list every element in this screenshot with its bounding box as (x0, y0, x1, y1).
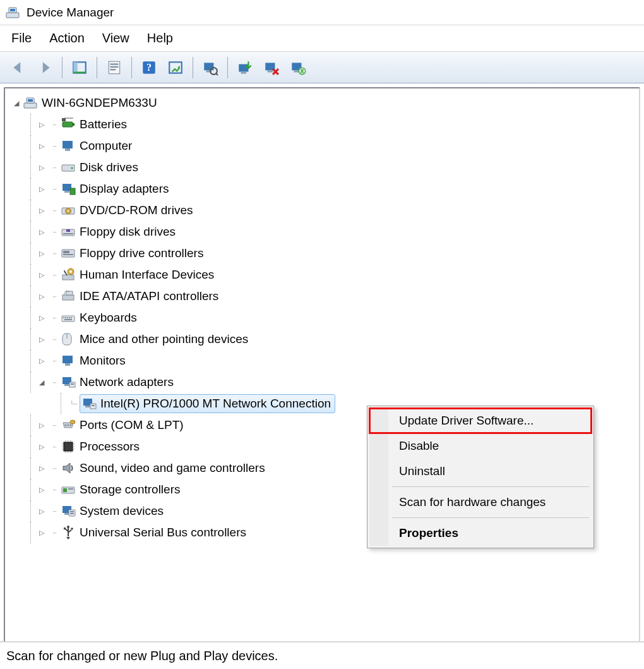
svg-rect-87 (63, 488, 67, 492)
expand-glyph[interactable]: ▷ (37, 464, 47, 473)
context-menu-item[interactable]: Update Driver Software... (369, 408, 592, 433)
tree-category-label: System devices (80, 504, 164, 518)
expand-glyph[interactable]: ▷ (37, 185, 47, 193)
disable-device-button[interactable] (259, 56, 283, 80)
expand-glyph[interactable]: ▷ (37, 507, 47, 515)
tree-category[interactable]: ▷ ··· Display adapters (8, 178, 639, 200)
update-driver-button[interactable] (233, 56, 257, 80)
category-icon (61, 525, 76, 540)
expand-glyph[interactable]: ◢ (37, 378, 47, 387)
tree-category-label: Monitors (80, 354, 126, 368)
expand-glyph[interactable]: ▷ (37, 228, 47, 236)
tree-category-label: Floppy drive controllers (80, 246, 203, 260)
expand-glyph[interactable]: ▷ (37, 335, 47, 344)
expand-glyph[interactable]: ▷ (37, 164, 47, 172)
expand-glyph[interactable]: ▷ (37, 142, 47, 150)
forward-button[interactable] (33, 56, 57, 80)
context-menu-item[interactable]: Scan for hardware changes (369, 490, 592, 515)
svg-rect-17 (239, 64, 248, 71)
tree-item-label: Intel(R) PRO/1000 MT Network Connection (100, 397, 331, 411)
tree-connector: ··· (48, 272, 61, 279)
expand-glyph[interactable]: ▷ (37, 207, 47, 215)
svg-rect-35 (64, 191, 69, 193)
category-icon (61, 267, 76, 282)
tree-category[interactable]: ▷ ··· Floppy drive controllers (8, 243, 639, 264)
svg-rect-46 (63, 275, 74, 280)
expand-glyph[interactable]: ▷ (37, 314, 47, 322)
svg-rect-36 (70, 188, 75, 195)
uninstall-device-icon (290, 59, 306, 76)
expand-glyph[interactable]: ▷ (37, 443, 47, 451)
expand-glyph[interactable]: ▷ (37, 357, 47, 365)
tree-connector: ··· (48, 529, 61, 536)
svg-rect-62 (64, 384, 69, 386)
tree-connector: ··· (48, 164, 61, 171)
context-menu-item[interactable]: Disable (369, 433, 592, 459)
menu-action[interactable]: Action (49, 31, 85, 45)
tree-category[interactable]: ▷ ··· Batteries (8, 114, 639, 135)
tree-root[interactable]: ◢ WIN-6GNDEPM633U (8, 92, 639, 114)
toolbar-separator (227, 57, 228, 78)
tree-category[interactable]: ▷ ··· Keyboards (8, 307, 639, 328)
network-adapter-icon (81, 396, 97, 411)
expand-glyph[interactable]: ▷ (37, 271, 47, 279)
svg-rect-8 (110, 66, 119, 67)
tree-category[interactable]: ▷ ··· Computer (8, 135, 639, 157)
content-area: ◢ WIN-6GNDEPM633U ▷ ··· Batteries ▷ ··· … (0, 83, 644, 643)
tree-category[interactable]: ▷ ··· IDE ATA/ATAPI controllers (8, 286, 639, 307)
tree-category-label: Universal Serial Bus controllers (80, 526, 246, 539)
svg-rect-53 (65, 317, 66, 318)
svg-point-72 (70, 420, 75, 424)
properties-pane-button[interactable] (68, 56, 92, 80)
back-arrow-icon (10, 59, 27, 76)
expand-glyph[interactable]: ▷ (37, 292, 47, 301)
expand-glyph[interactable]: ◢ (11, 99, 21, 107)
menu-view[interactable]: View (102, 31, 129, 45)
expand-glyph[interactable]: ▷ (37, 486, 47, 494)
scan-hardware-button[interactable] (198, 56, 222, 80)
category-icon (61, 418, 76, 433)
context-menu-item[interactable]: Uninstall (369, 459, 592, 484)
tree-category[interactable]: ▷ ··· Disk drives (8, 157, 639, 178)
svg-rect-30 (63, 141, 73, 148)
svg-rect-27 (63, 122, 73, 127)
category-icon (61, 246, 76, 261)
tree-connector: ··· (48, 229, 61, 236)
svg-point-33 (71, 167, 73, 169)
tree-category[interactable]: ▷ ··· Floppy disk drives (8, 221, 639, 243)
expand-glyph[interactable]: ▷ (37, 250, 47, 258)
toolbar-separator (193, 57, 193, 78)
properties-icon (106, 59, 122, 76)
svg-rect-28 (73, 123, 75, 126)
svg-rect-49 (63, 295, 74, 300)
category-icon (61, 203, 76, 218)
expand-glyph[interactable]: ▷ (37, 121, 47, 129)
refresh-button[interactable] (164, 56, 188, 80)
help-button[interactable]: ? (137, 56, 161, 80)
expand-glyph[interactable]: ▷ (37, 421, 47, 430)
context-menu-item[interactable]: Properties (369, 521, 592, 546)
menu-bar: File Action View Help (0, 25, 644, 52)
svg-rect-59 (63, 356, 73, 363)
back-button[interactable] (6, 56, 30, 80)
tree-category[interactable]: ▷ ··· DVD/CD-ROM drives (8, 200, 639, 221)
menu-help[interactable]: Help (147, 31, 173, 45)
tree-category-label: Floppy disk drives (80, 225, 176, 239)
tree-category-label: Keyboards (80, 311, 137, 325)
svg-point-96 (71, 527, 73, 530)
tree-connector: ··· (48, 486, 61, 493)
tree-connector: ··· (48, 422, 61, 429)
tree-category[interactable]: ▷ ··· Mice and other pointing devices (8, 328, 639, 350)
uninstall-device-button[interactable] (286, 56, 310, 80)
category-icon (61, 353, 76, 368)
svg-text:?: ? (146, 62, 152, 73)
tree-category[interactable]: ◢ ··· Network adapters (8, 371, 639, 393)
tree-category[interactable]: ▷ ··· Monitors (8, 350, 639, 371)
svg-rect-60 (65, 363, 70, 366)
tree-category[interactable]: ▷ ··· Human Interface Devices (8, 264, 639, 286)
expand-glyph[interactable]: ▷ (37, 529, 47, 537)
svg-rect-55 (69, 317, 70, 318)
menu-file[interactable]: File (11, 31, 32, 45)
properties-button[interactable] (102, 56, 126, 80)
svg-rect-51 (62, 316, 75, 322)
